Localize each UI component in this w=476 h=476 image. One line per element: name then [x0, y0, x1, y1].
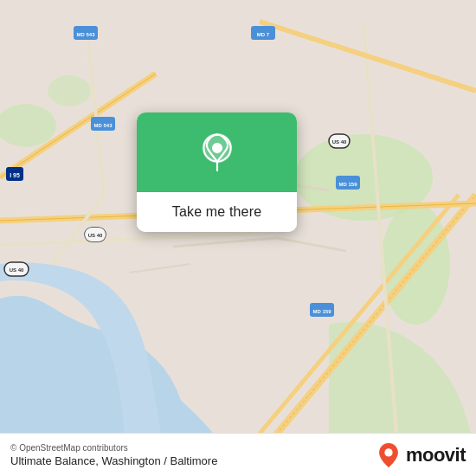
location-label: Ultimate Balance, Washington / Baltimore	[10, 454, 217, 467]
popup-header	[137, 113, 297, 192]
moovit-logo: moovit	[376, 443, 466, 467]
svg-text:US 40: US 40	[10, 267, 24, 273]
svg-point-4	[48, 75, 91, 106]
bottom-bar: © OpenStreetMap contributors Ultimate Ba…	[0, 433, 476, 476]
svg-text:MD 159: MD 159	[338, 182, 357, 187]
svg-text:MD 159: MD 159	[312, 309, 331, 314]
svg-text:US 40: US 40	[332, 139, 347, 145]
svg-text:MD 543: MD 543	[93, 123, 113, 128]
popup-card: Take me there	[137, 113, 297, 232]
svg-point-32	[211, 143, 222, 153]
svg-text:MD 543: MD 543	[76, 32, 95, 37]
svg-text:I 95: I 95	[10, 172, 20, 178]
osm-attribution: © OpenStreetMap contributors	[10, 443, 217, 453]
svg-point-34	[384, 448, 392, 456]
map-background: I 95 US 40 US 40 US 40 US 40 MD 543 MD 5…	[0, 0, 476, 476]
take-me-there-button[interactable]: Take me there	[137, 192, 297, 232]
svg-text:US 40: US 40	[88, 233, 103, 238]
map-container: I 95 US 40 US 40 US 40 US 40 MD 543 MD 5…	[0, 0, 476, 476]
svg-text:MD 7: MD 7	[257, 32, 270, 37]
moovit-pin-icon	[376, 443, 401, 467]
bottom-left-info: © OpenStreetMap contributors Ultimate Ba…	[10, 443, 217, 467]
location-pin-icon	[195, 132, 240, 177]
moovit-brand-text: moovit	[406, 444, 466, 466]
